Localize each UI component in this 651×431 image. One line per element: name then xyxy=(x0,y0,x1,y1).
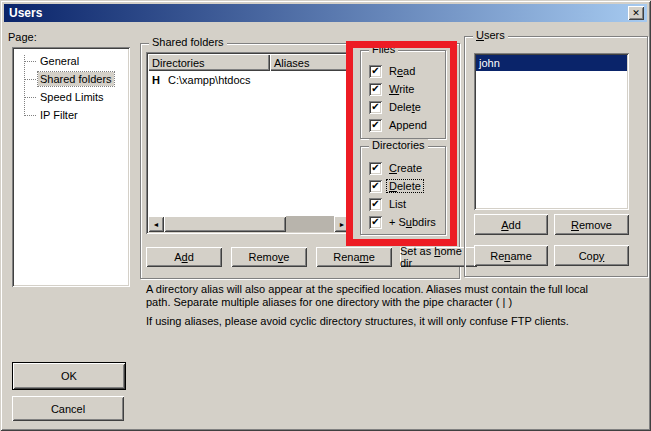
user-add-button[interactable]: Add xyxy=(474,214,548,235)
check-icon: ✔ xyxy=(371,102,379,112)
checkbox-row-dir-delete[interactable]: ✔ Delete xyxy=(369,179,423,193)
directory-path: C:\xampp\htdocs xyxy=(168,74,251,86)
create-checkbox[interactable]: ✔ xyxy=(369,162,382,175)
tree-connector-stub xyxy=(24,97,36,98)
checkbox-row-read[interactable]: ✔ Read xyxy=(369,64,417,78)
page-label: Page: xyxy=(8,31,37,43)
tree-connector-stub xyxy=(24,115,36,116)
cancel-button[interactable]: Cancel xyxy=(12,396,124,421)
folder-remove-button[interactable]: Remove xyxy=(231,247,307,267)
ok-button[interactable]: OK xyxy=(12,362,126,390)
help-line: If using aliases, please avoid cyclic di… xyxy=(146,315,646,328)
user-row-john[interactable]: john xyxy=(476,55,627,71)
directories-group-label: Directories xyxy=(369,139,428,152)
help-line: A directory alias will also appear at th… xyxy=(146,283,646,296)
page-tree-items: General Shared folders Speed Limits IP F… xyxy=(20,52,126,283)
check-icon: ✔ xyxy=(371,84,379,94)
directories-list: Directories Aliases H C:\xampp\htdocs ◄ … xyxy=(146,52,352,234)
tree-item-general[interactable]: General xyxy=(20,52,126,70)
shared-folders-group-label: Shared folders xyxy=(149,36,227,49)
user-rename-button[interactable]: Rename xyxy=(474,245,548,266)
home-directory-flag: H xyxy=(148,74,168,86)
subdirs-checkbox[interactable]: ✔ xyxy=(369,216,382,229)
tree-item-shared-folders[interactable]: Shared folders xyxy=(20,70,126,88)
scroll-right-icon: ► xyxy=(339,221,346,228)
checkbox-row-write[interactable]: ✔ Write xyxy=(369,82,416,96)
users-list: john xyxy=(474,53,629,210)
dialog-title: Users xyxy=(4,6,42,20)
close-button[interactable]: ✕ xyxy=(628,6,644,20)
column-header-aliases[interactable]: Aliases xyxy=(270,54,350,71)
file-delete-checkbox[interactable]: ✔ xyxy=(369,101,382,114)
tree-item-speed-limits[interactable]: Speed Limits xyxy=(20,88,126,106)
tree-connector-stub xyxy=(24,61,36,62)
write-checkbox[interactable]: ✔ xyxy=(369,83,382,96)
alias-help-text: A directory alias will also appear at th… xyxy=(146,283,646,328)
scrollbar-thumb[interactable] xyxy=(164,216,286,232)
checkbox-row-create[interactable]: ✔ Create xyxy=(369,161,424,175)
checkbox-row-list[interactable]: ✔ List xyxy=(369,197,408,211)
list-checkbox[interactable]: ✔ xyxy=(369,198,382,211)
check-icon: ✔ xyxy=(371,120,379,130)
close-icon: ✕ xyxy=(632,9,640,18)
column-header-directories[interactable]: Directories xyxy=(148,54,270,71)
scrollbar-track[interactable] xyxy=(286,216,334,232)
folder-add-button[interactable]: Add xyxy=(146,247,222,267)
scroll-right-button[interactable]: ► xyxy=(334,216,350,232)
dir-delete-checkbox[interactable]: ✔ xyxy=(369,180,382,193)
files-group-label: Files xyxy=(369,43,398,56)
scroll-left-button[interactable]: ◄ xyxy=(148,216,164,232)
append-checkbox[interactable]: ✔ xyxy=(369,119,382,132)
user-remove-button[interactable]: Remove xyxy=(554,214,629,235)
users-dialog: Users ✕ Page: General Shared folders Spe… xyxy=(0,0,651,431)
files-permissions-group: Files ✔ Read ✔ Write ✔ Delete ✔ Append xyxy=(360,50,446,139)
tree-connector-stub xyxy=(24,79,36,80)
read-checkbox[interactable]: ✔ xyxy=(369,65,382,78)
check-icon: ✔ xyxy=(371,181,379,191)
checkbox-row-append[interactable]: ✔ Append xyxy=(369,118,429,132)
folder-rename-button[interactable]: Rename xyxy=(316,247,392,267)
user-name: john xyxy=(479,57,500,69)
check-icon: ✔ xyxy=(371,66,379,76)
directories-permissions-group: Directories ✔ Create ✔ Delete ✔ List ✔ +… xyxy=(360,146,446,235)
check-icon: ✔ xyxy=(371,163,379,173)
scroll-left-icon: ◄ xyxy=(153,221,160,228)
check-icon: ✔ xyxy=(371,199,379,209)
directory-row[interactable]: H C:\xampp\htdocs xyxy=(148,72,350,87)
horizontal-scrollbar[interactable]: ◄ ► xyxy=(148,216,350,232)
checkbox-row-subdirs[interactable]: ✔ + Subdirs xyxy=(369,215,438,229)
check-icon: ✔ xyxy=(371,217,379,227)
users-group-label: Users xyxy=(473,29,508,42)
page-tree: General Shared folders Speed Limits IP F… xyxy=(12,47,130,287)
title-bar[interactable]: Users ✕ xyxy=(4,4,647,22)
help-line: path. Separate multiple aliases for one … xyxy=(146,296,646,309)
checkbox-row-file-delete[interactable]: ✔ Delete xyxy=(369,100,423,114)
user-copy-button[interactable]: Copy xyxy=(554,245,629,266)
tree-item-ip-filter[interactable]: IP Filter xyxy=(20,106,126,124)
